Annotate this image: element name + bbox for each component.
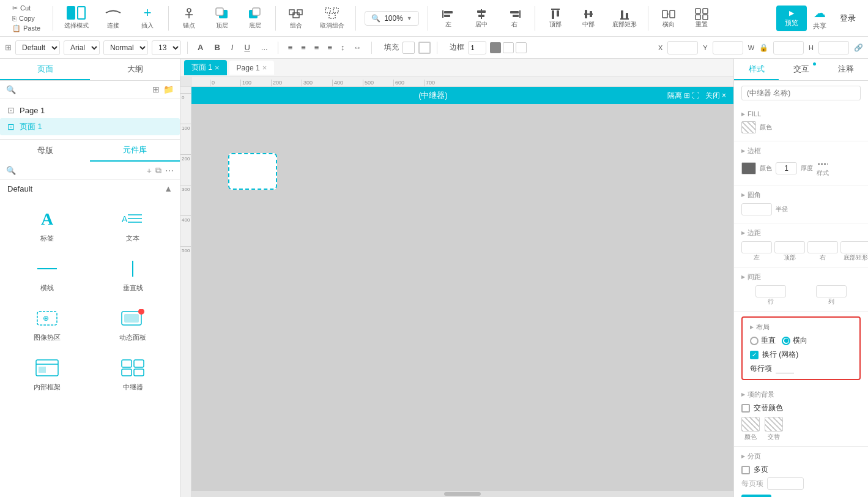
align-top-button[interactable]: 顶部 (540, 6, 571, 31)
align-left-button[interactable]: 左 (433, 6, 464, 31)
per-page-input[interactable] (767, 477, 804, 490)
folder-icon[interactable]: 📁 (163, 84, 174, 94)
layout-horizontal-option[interactable]: 横向 (782, 335, 807, 346)
align-center-button[interactable]: 居中 (466, 6, 497, 31)
font-size-select[interactable]: 13 (152, 40, 181, 55)
letter-spacing-button[interactable]: ↔ (350, 42, 365, 53)
add-page-icon[interactable]: ⊞ (152, 84, 160, 94)
bold-button[interactable]: A (194, 42, 207, 53)
border-style-icon1[interactable] (503, 42, 514, 53)
fill-color-picker[interactable] (741, 121, 756, 133)
connect-button[interactable]: 连接 (97, 4, 129, 32)
group-button[interactable]: 组合 (281, 4, 311, 32)
login-button[interactable]: 登录 (833, 9, 863, 28)
component-repeater[interactable]: 中继器 (93, 352, 172, 395)
multi-page-checkbox[interactable] (741, 466, 750, 474)
horizontal-button[interactable]: 横向 (653, 6, 684, 31)
front-button[interactable]: 顶层 (207, 4, 237, 32)
border-color-icon[interactable] (490, 42, 501, 53)
layout-vertical-option[interactable]: 垂直 (750, 335, 776, 346)
canvas-scrollbar[interactable] (191, 491, 733, 497)
alternate-checkbox[interactable] (741, 404, 750, 413)
master-tab[interactable]: 母版 (0, 140, 90, 162)
relay-canvas[interactable] (204, 116, 721, 484)
page-search-input[interactable] (20, 85, 149, 94)
align-center-text-button[interactable]: ≡ (297, 42, 310, 53)
align-bottom-button[interactable]: 底部矩形 (606, 6, 643, 31)
border-style-icon[interactable] (817, 159, 829, 169)
element-box[interactable] (228, 153, 277, 190)
align-justify-text-button[interactable]: ≡ (324, 42, 336, 53)
fill-empty-box[interactable] (402, 42, 415, 54)
repeat-button[interactable]: 重置 (686, 6, 717, 31)
padding-top-input[interactable]: 0 (774, 241, 805, 253)
align-right-text-button[interactable]: ≡ (311, 42, 323, 53)
y-input[interactable] (713, 41, 743, 54)
isolate-button[interactable]: 隔离 ⊞ ⛶ (667, 91, 699, 101)
component-vline[interactable]: 垂直线 (93, 253, 172, 296)
copy-component-icon[interactable]: ⧉ (155, 165, 161, 176)
cut-button[interactable]: ✂ Cut (10, 4, 43, 13)
component-name-input[interactable] (741, 86, 861, 100)
ungroup-button[interactable]: 取消组合 (314, 4, 351, 32)
paste-button[interactable]: 📋 Paste (10, 24, 43, 33)
font-family-select[interactable]: Arial (64, 40, 100, 55)
h-input[interactable] (818, 41, 849, 54)
default-collapse-icon[interactable]: ▲ (164, 184, 172, 193)
align-left-text-button[interactable]: ≡ (284, 42, 297, 53)
insert-button[interactable]: + 插入 (132, 4, 163, 32)
page-item-page1[interactable]: ⊡ Page 1 (0, 102, 180, 118)
vertical-radio[interactable] (750, 337, 759, 345)
components-tab[interactable]: 元件库 (90, 140, 180, 162)
line-height-button[interactable]: ↕ (337, 42, 349, 53)
more-component-icon[interactable]: ⋯ (165, 166, 174, 176)
component-frame[interactable]: 内部框架 (7, 352, 87, 395)
align-right-button[interactable]: 右 (499, 6, 530, 31)
note-tab[interactable]: 注释 (823, 59, 868, 80)
outline-tab[interactable]: 大纲 (90, 59, 180, 80)
horizontal-radio[interactable] (782, 337, 790, 345)
close-relay-button[interactable]: 关闭 × (705, 91, 726, 101)
wrap-checkbox[interactable] (750, 351, 759, 359)
pages-tab[interactable]: 页面 (0, 59, 90, 80)
scrollbar-thumb[interactable] (444, 492, 481, 496)
w-input[interactable] (773, 41, 804, 54)
style-tab[interactable]: 样式 (734, 59, 779, 80)
tab2-close-icon[interactable]: × (262, 63, 267, 72)
strikethrough-button[interactable]: U (240, 42, 253, 53)
anchor-button[interactable]: 锚点 (174, 4, 204, 32)
preview-button[interactable]: ▶ 预览 (776, 6, 807, 31)
spacing-col-input[interactable]: 0 (816, 285, 847, 297)
component-search-input[interactable] (20, 166, 143, 175)
border-thickness-input[interactable] (776, 162, 797, 174)
component-text[interactable]: A 文本 (93, 203, 172, 247)
more-format-button[interactable]: ... (258, 42, 272, 53)
spacing-row-input[interactable]: 0 (755, 285, 786, 297)
align-middle-button[interactable]: 中部 (573, 6, 604, 31)
add-component-icon[interactable]: + (147, 166, 152, 176)
alt-color2-picker[interactable] (765, 417, 783, 432)
component-dynamic[interactable]: 动态面板 (93, 302, 172, 346)
border-style-icon2[interactable] (516, 42, 527, 53)
fill-color-box[interactable] (418, 42, 431, 54)
start-page-button[interactable]: 开始页 (741, 495, 771, 497)
interaction-tab[interactable]: 交互 (779, 59, 823, 80)
component-hotspot[interactable]: ⊕ 图像热区 (7, 302, 87, 346)
canvas-tab-page2[interactable]: 页面 1 × (184, 60, 227, 75)
border-value-input[interactable] (468, 41, 486, 54)
copy-button[interactable]: ⎘ Copy (10, 14, 43, 23)
alt-color1-picker[interactable] (741, 417, 760, 432)
component-label[interactable]: A 标签 (7, 203, 87, 247)
padding-right-input[interactable]: 0 (807, 241, 838, 253)
padding-left-input[interactable]: 0 (741, 241, 772, 253)
underline-button[interactable]: I (228, 42, 237, 53)
select-mode-button[interactable]: 选择模式 (58, 4, 95, 32)
back-button[interactable]: 底层 (240, 4, 270, 32)
padding-bottom-input[interactable]: 0 (840, 241, 868, 253)
x-input[interactable] (667, 41, 698, 54)
font-style-select[interactable]: Normal (103, 40, 148, 55)
component-hline[interactable]: 横线 (7, 253, 87, 296)
border-color-picker[interactable] (741, 162, 756, 174)
per-row-input[interactable]: 7 (776, 364, 794, 373)
font-default-select[interactable]: Default (15, 40, 60, 55)
